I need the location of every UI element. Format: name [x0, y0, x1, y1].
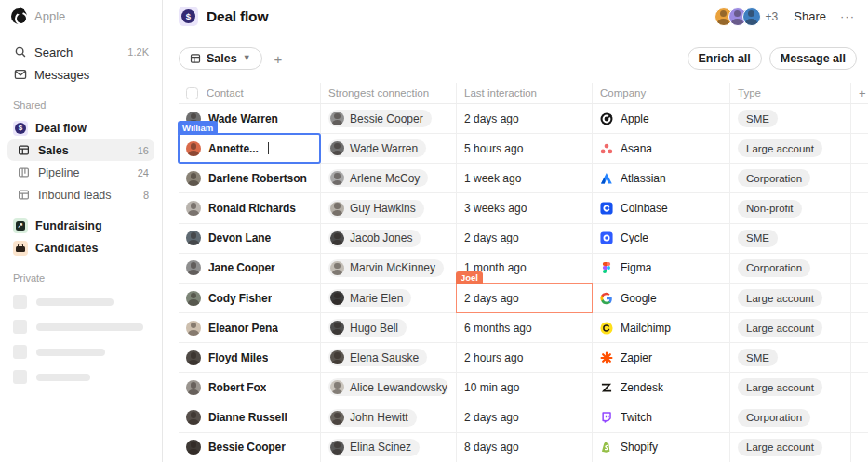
strongest-connection-cell[interactable]: Elina Scinez [321, 433, 457, 462]
type-cell[interactable]: Corporation [730, 164, 851, 192]
last-interaction-cell[interactable]: 1 week ago [457, 164, 593, 192]
sidebar-item-messages[interactable]: Messages [7, 63, 154, 86]
last-interaction-cell[interactable]: 2 days ago [457, 403, 593, 432]
empty-cell[interactable] [851, 373, 868, 402]
enrich-all-button[interactable]: Enrich all [688, 47, 762, 70]
strongest-connection-cell[interactable]: Hugo Bell [321, 313, 457, 342]
type-cell[interactable]: Large account [730, 284, 851, 312]
sidebar-item-search[interactable]: Search 1.2K [7, 41, 154, 63]
company-cell[interactable]: Coinbase [593, 193, 730, 222]
strongest-connection-cell[interactable]: John Hewitt [321, 403, 457, 432]
strongest-connection-cell[interactable]: Jacob Jones [321, 224, 457, 253]
contact-cell[interactable]: Robert Fox [179, 373, 321, 402]
empty-cell[interactable] [851, 343, 868, 372]
column-header-company[interactable]: Company [593, 83, 730, 103]
type-cell[interactable]: Corporation [730, 403, 851, 432]
private-placeholder-item[interactable] [7, 320, 154, 334]
last-interaction-cell[interactable]: 8 days ago [457, 433, 593, 462]
sidebar-item-pipeline[interactable]: Pipeline 24 [7, 162, 154, 183]
table-view-icon [190, 53, 201, 64]
workspace-switcher[interactable]: Apple [0, 0, 162, 33]
sidebar-item-candidates[interactable]: Candidates [7, 237, 154, 258]
view-selector-button[interactable]: Sales ▼ [179, 47, 262, 70]
empty-cell[interactable] [851, 433, 868, 462]
contact-cell[interactable]: Devon Lane [179, 224, 321, 253]
contact-cell[interactable]: Dianne Russell [179, 403, 321, 432]
column-header-strongest-connection[interactable]: Strongest connection [321, 83, 457, 103]
last-interaction-cell[interactable]: 3 weeks ago [457, 193, 593, 222]
company-cell[interactable]: Twitch [593, 403, 730, 432]
contact-cell[interactable]: Darlene Robertson [179, 164, 321, 192]
strongest-connection-cell[interactable]: Marie Elen [321, 284, 457, 312]
contact-cell[interactable]: Ronald Richards [179, 193, 321, 222]
share-button[interactable]: Share [794, 9, 826, 23]
company-cell[interactable]: Asana [593, 134, 730, 163]
empty-cell[interactable] [851, 313, 868, 342]
contact-cell[interactable]: Jane Cooper [179, 254, 321, 283]
company-cell[interactable]: Figma [593, 254, 730, 283]
empty-cell[interactable] [851, 254, 868, 283]
message-all-button[interactable]: Message all [769, 47, 857, 70]
type-cell[interactable]: Large account [730, 134, 851, 163]
empty-cell[interactable] [851, 284, 868, 312]
company-cell[interactable]: Shopify [593, 433, 730, 462]
empty-cell[interactable] [851, 134, 868, 163]
strongest-connection-cell[interactable]: Wade Warren [321, 134, 457, 163]
column-header-last-interaction[interactable]: Last interaction [457, 83, 593, 103]
add-view-button[interactable]: + [274, 51, 283, 67]
type-cell[interactable]: Non-profit [730, 193, 851, 222]
company-cell[interactable]: Mailchimp [593, 313, 730, 342]
type-cell[interactable]: Corporation [730, 254, 851, 283]
private-placeholder-item[interactable] [7, 370, 154, 384]
last-interaction-cell[interactable]: 2 days ago [457, 224, 593, 253]
sidebar-item-deal-flow[interactable]: $ Deal flow [7, 117, 154, 139]
empty-cell[interactable] [851, 104, 868, 133]
column-header-contact[interactable]: Contact [179, 83, 321, 103]
last-interaction-cell[interactable]: 2 days ago [457, 104, 593, 133]
avatar[interactable] [742, 7, 761, 26]
strongest-connection-cell[interactable]: Arlene McCoy [321, 164, 457, 192]
private-placeholder-item[interactable] [7, 295, 154, 309]
collaborator-avatars[interactable] [714, 7, 761, 26]
last-interaction-cell[interactable]: 2 days ago Joel [457, 284, 593, 312]
last-interaction-cell[interactable]: 2 hours ago [457, 343, 593, 372]
strongest-connection-cell[interactable]: Elena Sauske [321, 343, 457, 372]
select-all-checkbox[interactable] [186, 87, 198, 99]
strongest-connection-cell[interactable]: Guy Hawkins [321, 193, 457, 222]
empty-cell[interactable] [851, 193, 868, 222]
private-placeholder-item[interactable] [7, 345, 154, 359]
type-cell[interactable]: SME [730, 343, 851, 372]
type-cell[interactable]: Large account [730, 313, 851, 342]
type-cell[interactable]: Large account [730, 373, 851, 402]
company-cell[interactable]: Cycle [593, 224, 730, 253]
last-interaction-cell[interactable]: 10 min ago [457, 373, 593, 402]
last-interaction-cell[interactable]: 6 months ago [457, 313, 593, 342]
company-cell[interactable]: Atlassian [593, 164, 730, 192]
contact-cell[interactable]: Annette... William [179, 134, 321, 163]
column-header-type[interactable]: Type [730, 83, 851, 103]
type-cell[interactable]: Large account [730, 433, 851, 462]
sidebar-item-inbound-leads[interactable]: Inbound leads 8 [7, 184, 154, 205]
company-cell[interactable]: Apple [593, 104, 730, 133]
company-cell[interactable]: Zendesk [593, 373, 730, 402]
contact-cell[interactable]: Cody Fisher [179, 284, 321, 312]
empty-cell[interactable] [851, 164, 868, 192]
contact-cell[interactable]: Floyd Miles [179, 343, 321, 372]
contact-cell[interactable]: Eleanor Pena [179, 313, 321, 342]
sidebar-item-fundraising[interactable]: ↗ Fundraising [7, 215, 154, 236]
more-menu-icon[interactable]: ··· [840, 9, 855, 23]
empty-cell[interactable] [851, 403, 868, 432]
type-cell[interactable]: SME [730, 104, 851, 133]
sidebar-item-sales[interactable]: Sales 16 [7, 139, 154, 161]
avatar-overflow-count[interactable]: +3 [766, 10, 779, 23]
add-column-button[interactable]: + [851, 83, 868, 103]
strongest-connection-cell[interactable]: Bessie Cooper [321, 104, 457, 133]
contact-cell[interactable]: Bessie Cooper [179, 433, 321, 462]
empty-cell[interactable] [851, 224, 868, 253]
type-cell[interactable]: SME [730, 224, 851, 253]
company-cell[interactable]: Google [593, 284, 730, 312]
last-interaction-cell[interactable]: 5 hours ago [457, 134, 593, 163]
strongest-connection-cell[interactable]: Marvin McKinney [321, 254, 457, 283]
company-cell[interactable]: Zapier [593, 343, 730, 372]
strongest-connection-cell[interactable]: Alice Lewandowsky [321, 373, 457, 402]
